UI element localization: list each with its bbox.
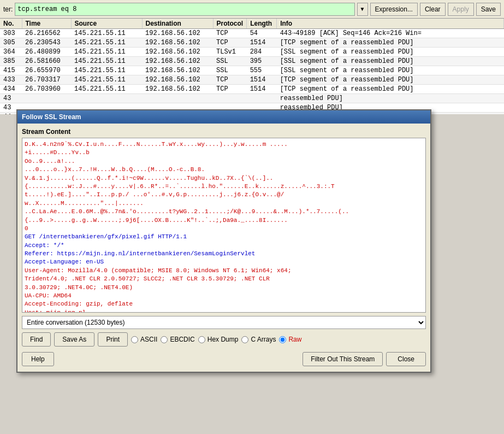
- filter-out-button[interactable]: Filter Out This Stream: [303, 352, 383, 366]
- radio-raw-input[interactable]: [279, 336, 286, 343]
- radio-ascii-input[interactable]: [131, 336, 138, 343]
- ssl-dialog-title: Follow SSL Stream: [22, 113, 81, 121]
- help-button[interactable]: Help: [22, 352, 54, 366]
- stream-line: +i.....#D....Yv..b: [25, 149, 423, 157]
- table-cell-time: 26.703317: [22, 75, 71, 85]
- stream-line: Host: mijn.ing.nl: [25, 309, 423, 313]
- table-cell-dst: 192.168.56.102: [142, 29, 213, 38]
- table-row[interactable]: 36426.480899145.221.55.11192.168.56.102T…: [0, 48, 504, 57]
- table-cell-proto: TCP: [213, 38, 247, 48]
- filter-input[interactable]: [15, 3, 354, 16]
- table-cell-proto: TLSv1: [213, 48, 247, 57]
- radio-hexdump-input[interactable]: [198, 336, 205, 343]
- table-cell-dst: 192.168.56.102: [142, 38, 213, 48]
- table-cell-len: 54: [247, 29, 277, 38]
- table-cell-no: 305: [0, 38, 22, 48]
- stream-line: User-Agent: Mozilla/4.0 (compatible; MSI…: [25, 267, 423, 275]
- table-row[interactable]: 30326.216562145.221.55.11192.168.56.102T…: [0, 29, 504, 38]
- table-cell-info: reassembled PDU]: [277, 94, 504, 103]
- ssl-dialog-body: Stream Content D.K..4.n2n9`%.Cv.I.u.n...…: [17, 124, 430, 372]
- radio-ebcdic-input[interactable]: [161, 336, 168, 343]
- stream-line: {...........w:.J...#....y....v|.6..R*..=…: [25, 183, 423, 191]
- packet-table: No. Time Source Destination Protocol Len…: [0, 19, 504, 114]
- table-cell-no: 385: [0, 57, 22, 66]
- radio-carrays: C Arrays: [241, 336, 276, 343]
- col-header-info: Info: [277, 19, 504, 29]
- stream-content-label: Stream Content: [22, 128, 426, 136]
- table-cell-proto: TCP: [213, 29, 247, 38]
- stream-line: UA-CPU: AMD64: [25, 292, 423, 300]
- radio-raw: Raw: [279, 336, 301, 343]
- table-cell-no: 433: [0, 75, 22, 85]
- stream-line: Referer: https://mijn.ing.nl/internetban…: [25, 250, 423, 258]
- table-cell-proto: [213, 94, 247, 103]
- table-cell-no: 364: [0, 48, 22, 57]
- table-row[interactable]: 38526.581660145.221.55.11192.168.56.102S…: [0, 57, 504, 66]
- table-row[interactable]: 43reassembled PDU]: [0, 94, 504, 103]
- table-cell-len: 1514: [247, 38, 277, 48]
- table-cell-no: 415: [0, 66, 22, 75]
- col-header-proto: Protocol: [213, 19, 247, 29]
- clear-button[interactable]: Clear: [420, 3, 446, 16]
- table-cell-dst: 192.168.56.102: [142, 66, 213, 75]
- col-header-no: No.: [0, 19, 22, 29]
- table-cell-src: 145.221.55.11: [71, 85, 142, 94]
- buttons-row: Find Save As Print ASCII EBCDIC Hex Dump…: [22, 332, 426, 347]
- packet-table-container: No. Time Source Destination Protocol Len…: [0, 19, 504, 114]
- radio-hexdump-label: Hex Dump: [207, 336, 239, 343]
- table-cell-info: [SSL segment of a reassembled PDU]: [277, 66, 504, 75]
- stream-line: 0: [25, 225, 423, 233]
- table-row[interactable]: 43426.703960145.221.55.11192.168.56.102T…: [0, 85, 504, 94]
- col-header-src: Source: [71, 19, 142, 29]
- stream-line: t.....!).eE.]...."..I...p.p./ ...o'...#.…: [25, 191, 423, 199]
- filter-label: ter:: [3, 5, 13, 13]
- save-button[interactable]: Save: [476, 3, 501, 16]
- save-as-button[interactable]: Save As: [54, 332, 94, 347]
- ssl-dialog-titlebar: Follow SSL Stream: [17, 110, 430, 124]
- radio-ebcdic: EBCDIC: [161, 336, 194, 343]
- table-row[interactable]: 43326.703317145.221.55.11192.168.56.102T…: [0, 75, 504, 85]
- table-cell-time: 26.655970: [22, 66, 71, 75]
- close-button[interactable]: Close: [386, 352, 426, 366]
- table-cell-time: 26.230543: [22, 38, 71, 48]
- table-cell-proto: TCP: [213, 85, 247, 94]
- stream-line: ..C.La.Ae....E.0.6M..@%..7n&.'o.........…: [25, 208, 423, 216]
- table-cell-info: [SSL segment of a reassembled PDU]: [277, 57, 504, 66]
- table-cell-src: 145.221.55.11: [71, 57, 142, 66]
- table-row[interactable]: 30526.230543145.221.55.11192.168.56.102T…: [0, 38, 504, 48]
- print-button[interactable]: Print: [98, 332, 128, 347]
- conversation-select[interactable]: Entire conversation (12530 bytes): [22, 316, 426, 329]
- bottom-row: Help Filter Out This Stream Close: [22, 350, 426, 367]
- expression-button[interactable]: Expression...: [370, 3, 418, 16]
- filter-dropdown-btn[interactable]: ▼: [357, 3, 368, 16]
- radio-ebcdic-label: EBCDIC: [170, 336, 194, 343]
- table-cell-dst: [142, 94, 213, 103]
- table-cell-src: 145.221.55.11: [71, 75, 142, 85]
- stream-line: V.&.1.j......(......Q..f.*.i!~c9W......v…: [25, 174, 423, 183]
- table-cell-info: 443→49189 [ACK] Seq=146 Ack=216 Win=: [277, 29, 504, 38]
- stream-line: Accept-Encoding: gzip, deflate: [25, 300, 423, 308]
- table-cell-info: [TCP segment of a reassembled PDU]: [277, 75, 504, 85]
- table-cell-src: 145.221.55.11: [71, 38, 142, 48]
- filter-bar: ter: ▼ Expression... Clear Apply Save: [0, 0, 504, 19]
- apply-button[interactable]: Apply: [448, 3, 474, 16]
- table-cell-len: 1514: [247, 85, 277, 94]
- find-button[interactable]: Find: [22, 332, 51, 347]
- table-cell-dst: 192.168.56.102: [142, 85, 213, 94]
- radio-raw-label: Raw: [288, 336, 301, 343]
- table-cell-proto: TCP: [213, 75, 247, 85]
- table-cell-dst: 192.168.56.102: [142, 48, 213, 57]
- table-row[interactable]: 41526.655970145.221.55.11192.168.56.102S…: [0, 66, 504, 75]
- radio-carrays-input[interactable]: [241, 336, 248, 343]
- table-cell-proto: SSL: [213, 66, 247, 75]
- stream-line: {...9..>.....g..g..W......;.9j6[....OX.B…: [25, 216, 423, 225]
- stream-line: w..X......M.........."...|.......: [25, 200, 423, 208]
- table-cell-info: [SSL segment of a reassembled PDU]: [277, 48, 504, 57]
- table-cell-src: 145.221.55.11: [71, 29, 142, 38]
- table-cell-src: [71, 94, 142, 103]
- table-cell-time: 26.216562: [22, 29, 71, 38]
- stream-text-area[interactable]: D.K..4.n2n9`%.Cv.I.u.n....F....N......T.…: [22, 138, 426, 313]
- table-cell-src: 145.221.55.11: [71, 66, 142, 75]
- stream-line: Accept-Language: en-US: [25, 258, 423, 266]
- ssl-dialog: Follow SSL Stream Stream Content D.K..4.…: [16, 109, 431, 373]
